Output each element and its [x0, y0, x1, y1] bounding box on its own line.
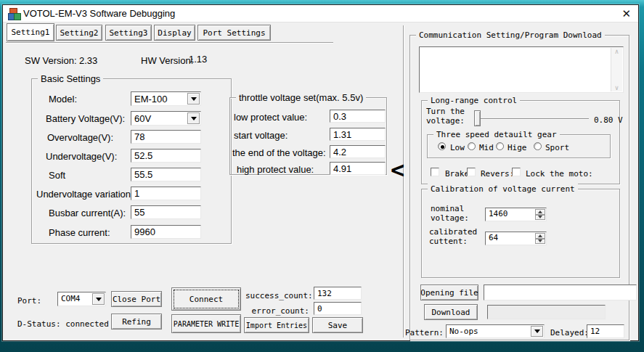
title-bar: VOTOL-EM-V3 Software Debugging ✕	[3, 5, 638, 22]
hw-version-label: HW Version:	[141, 54, 193, 67]
hw-version-value: 1.13	[189, 53, 207, 65]
spinner-up-button[interactable]	[535, 233, 545, 239]
overvoltage-label: Overvoltage(V):	[47, 131, 113, 144]
start-voltage-input[interactable]	[330, 128, 386, 141]
undervoltage-variation-input[interactable]	[131, 187, 201, 200]
brake-label: Brake	[445, 168, 469, 180]
brake-checkbox[interactable]	[431, 168, 439, 176]
model-label: Model:	[49, 93, 77, 105]
undervoltage-label: Undervoltage(V):	[46, 150, 117, 163]
opening-file-path-input[interactable]	[484, 285, 637, 300]
throttle-title: throttle voltage set(max. 5.5v)	[236, 92, 366, 103]
dropdown-arrow-icon	[191, 97, 197, 101]
error-count-field[interactable]	[314, 302, 362, 315]
voltage-slider-value: 0.80 V	[594, 114, 623, 126]
battery-voltage-label: Battery Voltage(V):	[46, 112, 125, 125]
nominal-voltage-label-2: voltage:	[431, 212, 469, 224]
start-voltage-label: start voltage:	[234, 129, 288, 142]
close-icon[interactable]: ✕	[621, 7, 631, 21]
success-count-field[interactable]	[314, 287, 362, 300]
overvoltage-input[interactable]	[131, 130, 201, 144]
dstatus-value: connected	[65, 319, 109, 329]
gear-label-hige: Hige	[508, 142, 527, 154]
window-title: VOTOL-EM-V3 Software Debugging	[23, 8, 175, 19]
save-button[interactable]: Save	[312, 317, 363, 333]
undervoltage-variation-label: Undervoltage variation:	[36, 188, 134, 200]
tab-port-settings[interactable]: Port Settings	[197, 25, 271, 41]
pattern-dropdown-button[interactable]	[531, 326, 543, 337]
reverse-checkbox[interactable]	[467, 168, 476, 176]
gear-label-low: Low	[450, 142, 465, 154]
low-protect-label: low protect value:	[234, 111, 307, 123]
refing-button[interactable]: Refing	[111, 314, 162, 330]
download-path-field	[487, 305, 606, 319]
calibrated-current-label-2: cuttent:	[429, 235, 468, 247]
delayed-input[interactable]	[587, 324, 624, 338]
tab-setting2[interactable]: Setting2	[56, 25, 102, 41]
import-entries-button[interactable]: Import Entries	[244, 317, 309, 333]
tab-setting3[interactable]: Setting3	[105, 25, 152, 41]
busbar-current-input[interactable]	[131, 205, 201, 219]
opening-file-button[interactable]: Opening file	[420, 285, 478, 300]
success-count-label: success_count:	[245, 290, 309, 302]
port-select[interactable]: COM4	[57, 292, 106, 306]
model-dropdown-button[interactable]	[187, 93, 200, 105]
high-protect-label: high protect value:	[237, 163, 314, 176]
tab-display[interactable]: Display	[154, 25, 195, 41]
log-scrollbar[interactable]: ∧ ∨	[611, 48, 622, 91]
undervoltage-input[interactable]	[131, 149, 201, 163]
gear-title: Three speed detauilt gear	[433, 129, 560, 140]
spinner-up-icon	[538, 210, 542, 213]
download-button[interactable]: Download	[424, 304, 478, 320]
low-protect-input[interactable]	[330, 110, 386, 123]
pointer-indicator: <	[391, 159, 404, 181]
basic-settings-group: Basic Settings Model: EM-100 Battery Vol…	[31, 78, 232, 244]
dstatus-label: D-Status: connected	[17, 318, 109, 330]
gear-radio-hige[interactable]	[496, 142, 504, 150]
lock-motor-checkbox[interactable]	[512, 168, 521, 176]
spinner-down-icon	[538, 216, 542, 218]
calibrated-current-spinner[interactable]: 64	[485, 232, 547, 245]
throttle-group: throttle voltage set(max. 5.5v) low prot…	[229, 97, 387, 175]
battery-voltage-select[interactable]: 60V	[131, 111, 201, 126]
gear-radio-sport[interactable]	[534, 142, 542, 150]
pattern-label: Pattern:	[405, 327, 444, 339]
app-window: VOTOL-EM-V3 Software Debugging ✕ Setting…	[2, 4, 639, 341]
spinner-up-button[interactable]	[535, 209, 545, 215]
model-select[interactable]: EM-100	[131, 91, 201, 106]
tab-setting1[interactable]: Setting1	[7, 23, 54, 41]
pattern-select[interactable]: No-ops	[446, 324, 545, 338]
comm-log-textarea[interactable]: ∧ ∨	[419, 46, 624, 93]
communication-title: Communication Setting/Program Download	[416, 30, 605, 41]
gear-radio-low[interactable]	[438, 142, 446, 150]
end-voltage-input[interactable]	[330, 145, 386, 158]
connect-button[interactable]: Connect	[171, 287, 241, 311]
gear-radio-mid[interactable]	[468, 142, 476, 150]
spinner-down-icon	[538, 240, 542, 242]
gear-label-mid: Mid	[479, 142, 494, 154]
soft-input[interactable]	[131, 168, 201, 181]
phase-current-input[interactable]	[131, 225, 201, 239]
phase-current-label: Phase current:	[49, 226, 110, 239]
delayed-label: Delayed:	[550, 327, 589, 339]
soft-label: Soft	[49, 169, 65, 181]
turn-voltage-label-2: voltage:	[426, 115, 465, 127]
nominal-voltage-spinner[interactable]: 1460	[485, 208, 547, 221]
parameter-write-button[interactable]: PARAMETER WRITE	[171, 314, 241, 333]
tab-divider	[6, 42, 333, 44]
gear-group: Three speed detauilt gear Low Mid Hige S…	[427, 134, 611, 158]
close-port-button[interactable]: Close Port	[111, 291, 162, 307]
dropdown-arrow-icon	[534, 330, 540, 333]
voltage-slider-handle[interactable]	[474, 110, 481, 126]
high-protect-input[interactable]	[330, 162, 386, 175]
battery-dropdown-button[interactable]	[187, 112, 200, 124]
scroll-up-icon[interactable]: ∧	[615, 48, 619, 55]
port-dropdown-button[interactable]	[92, 293, 105, 305]
reverse-label: Revers:	[481, 168, 514, 180]
spinner-down-button[interactable]	[535, 239, 545, 245]
end-voltage-label: the end of the voltage:	[232, 147, 326, 159]
basic-settings-title: Basic Settings	[38, 73, 103, 84]
dropdown-arrow-icon	[191, 117, 197, 120]
scroll-down-icon[interactable]: ∨	[615, 84, 619, 91]
spinner-down-button[interactable]	[535, 215, 545, 221]
